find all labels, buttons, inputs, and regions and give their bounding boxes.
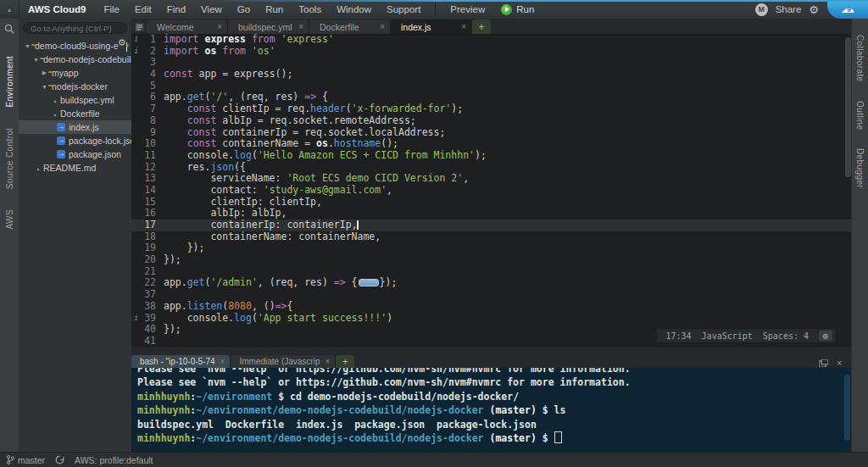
gutter-line-number[interactable]: 3 [131, 57, 164, 69]
code-line[interactable]: 21 [131, 266, 852, 278]
code-line[interactable]: i39 console.log('App start success!!!') [131, 313, 852, 325]
code-line-content[interactable]: const containerIp = req.socket.localAddr… [164, 127, 852, 139]
cloud9-logo[interactable]: ☁ 9 [827, 0, 868, 19]
code-line[interactable]: 7 const clientIp = req.header('x-forward… [131, 103, 852, 115]
gutter-line-number[interactable]: 19 [131, 242, 164, 254]
editor-tab-index.js[interactable]: index.js× [391, 19, 472, 34]
tree-disclosure-icon[interactable]: ▼ [32, 57, 40, 63]
code-line[interactable]: 13 serviceName: 'Root ECS demo CICD Vers… [131, 173, 852, 185]
tree-disclosure-icon[interactable]: ▼ [41, 84, 48, 90]
code-line-content[interactable]: app.get('/admin', (req, res) => {}); [164, 277, 852, 289]
gutter-line-number[interactable]: i39 [131, 313, 164, 325]
collapse-menubar-icon[interactable]: ▲ [0, 0, 19, 19]
gutter-line-number[interactable]: 41 [131, 336, 164, 347]
code-line[interactable]: 8 const albIp = req.socket.remoteAddress… [131, 115, 852, 127]
menu-item-window[interactable]: Window [329, 4, 379, 14]
menu-item-edit[interactable]: Edit [127, 4, 159, 14]
code-line[interactable]: 15 clientIp: clientIp, [131, 197, 852, 208]
code-line[interactable]: 18 containerName: containerName, [131, 231, 852, 243]
code-line-content[interactable]: import express from 'express' [164, 34, 852, 46]
close-tab-icon[interactable]: × [325, 357, 330, 366]
gutter-line-number[interactable]: 4 [131, 69, 164, 81]
tree-item-demo-cloud9-using-e[interactable]: ▼demo-cloud9-using-e [19, 39, 131, 53]
menu-item-find[interactable]: Find [159, 4, 193, 14]
code-line-content[interactable]: const clientIp = req.header('x-forwarded… [164, 103, 852, 115]
run-button[interactable]: Run [492, 4, 542, 15]
code-line-content[interactable]: containerName: containerName, [164, 231, 852, 243]
code-line-content[interactable] [164, 289, 852, 301]
tree-item-package.json[interactable]: →package.json [19, 147, 131, 161]
sync-button[interactable] [55, 455, 64, 464]
code-line-content[interactable]: serviceName: 'Root ECS demo CICD Version… [164, 173, 852, 185]
cursor-position[interactable]: 17:34 [665, 331, 691, 341]
code-line-content[interactable]: containerIp: containerIp, [164, 220, 852, 231]
menu-item-file[interactable]: File [96, 4, 127, 14]
code-line-content[interactable]: res.json({ [164, 162, 852, 174]
code-line-content[interactable] [164, 57, 852, 69]
tree-item-readme.md[interactable]: README.md [19, 161, 131, 175]
gutter-line-number[interactable]: 16 [131, 208, 164, 220]
code-line[interactable]: i1import express from 'express' [131, 34, 852, 46]
code-line[interactable]: 9 const containerIp = req.socket.localAd… [131, 127, 852, 139]
maximize-pane-icon[interactable] [819, 359, 828, 367]
tree-item-index.js[interactable]: →index.js [19, 120, 131, 134]
search-icon[interactable] [4, 24, 14, 34]
code-line[interactable]: 20}); [131, 254, 852, 266]
gutter-line-number[interactable]: 14 [131, 185, 164, 197]
code-line[interactable]: 22app.get('/admin', (req, res) => {}); [131, 277, 852, 289]
gutter-line-number[interactable]: 12 [131, 162, 164, 174]
sidebar-tab-source-control[interactable]: Source Control [5, 128, 14, 189]
folded-code-widget[interactable] [359, 279, 379, 286]
git-branch-indicator[interactable]: master [7, 455, 45, 465]
menu-item-tools[interactable]: Tools [291, 4, 329, 14]
code-line[interactable]: 19 }); [131, 242, 852, 254]
share-button[interactable]: Share [776, 4, 802, 14]
code-line[interactable]: 4const app = express(); [131, 69, 852, 81]
code-line-content[interactable]: import os from 'os' [164, 46, 852, 58]
gutter-line-number[interactable]: 38 [131, 301, 164, 313]
right-tab-collaborate[interactable]: Collaborate [855, 35, 865, 82]
indentation-setting[interactable]: Spaces: 4 [763, 331, 809, 341]
aws-profile-indicator[interactable]: AWS: profile:default [75, 455, 153, 465]
menu-item-support[interactable]: Support [379, 4, 428, 14]
gutter-line-number[interactable]: 11 [131, 150, 164, 162]
code-line[interactable]: 14 contact: 'study-aws@gmail.com', [131, 185, 852, 197]
goto-anything-input[interactable] [23, 22, 127, 34]
code-line-content[interactable] [164, 81, 852, 92]
code-line-content[interactable]: app.get('/', (req, res) => { [164, 92, 852, 103]
code-line[interactable]: 11 console.log('Hello Amazon ECS + CICD … [131, 150, 852, 162]
code-line-content[interactable]: albIp: albIp, [164, 208, 852, 220]
tree-item-dockerfile[interactable]: Dockerfile [19, 107, 131, 120]
gutter-line-number[interactable]: 22 [131, 277, 164, 289]
code-line[interactable]: 6app.get('/', (req, res) => { [131, 92, 852, 103]
gutter-line-number[interactable]: 40 [131, 324, 164, 336]
menu-item-go[interactable]: Go [230, 4, 258, 14]
gutter-line-number[interactable]: i1 [131, 34, 164, 46]
close-tab-icon[interactable]: × [217, 22, 222, 31]
gutter-line-number[interactable]: 5 [131, 81, 164, 92]
gutter-line-number[interactable]: 10 [131, 138, 164, 150]
preview-button[interactable]: Preview [442, 4, 492, 14]
code-line-content[interactable] [164, 266, 852, 278]
gutter-line-number[interactable]: 13 [131, 173, 164, 185]
sidebar-tab-environment[interactable]: Environment [5, 56, 14, 108]
gutter-line-number[interactable]: 18 [131, 231, 164, 243]
close-pane-icon[interactable]: × [837, 359, 842, 368]
gutter-line-number[interactable]: 9 [131, 127, 164, 139]
terminal-tab[interactable]: bash - "ip-10-0-5-74× [131, 355, 231, 368]
code-line[interactable]: 17 containerIp: containerIp, [131, 220, 852, 231]
settings-gear-icon[interactable]: ⚙ [809, 4, 819, 15]
close-tab-icon[interactable]: × [380, 22, 385, 31]
gutter-line-number[interactable]: 6 [131, 92, 164, 103]
code-line[interactable]: 5 [131, 81, 852, 92]
code-line-content[interactable]: }); [164, 242, 852, 254]
code-line[interactable]: i2import os from 'os' [131, 46, 852, 58]
close-tab-icon[interactable]: × [298, 22, 303, 31]
gutter-line-number[interactable]: 17 [131, 220, 164, 231]
pane-splitter[interactable] [131, 347, 852, 354]
gutter-line-number[interactable]: 8 [131, 115, 164, 127]
right-tab-debugger[interactable]: Debugger [855, 148, 865, 188]
right-tab-outline[interactable]: Outline [855, 101, 865, 131]
code-line[interactable]: 10 const containerName = os.hostname(); [131, 138, 852, 150]
close-tab-icon[interactable]: × [220, 357, 225, 366]
